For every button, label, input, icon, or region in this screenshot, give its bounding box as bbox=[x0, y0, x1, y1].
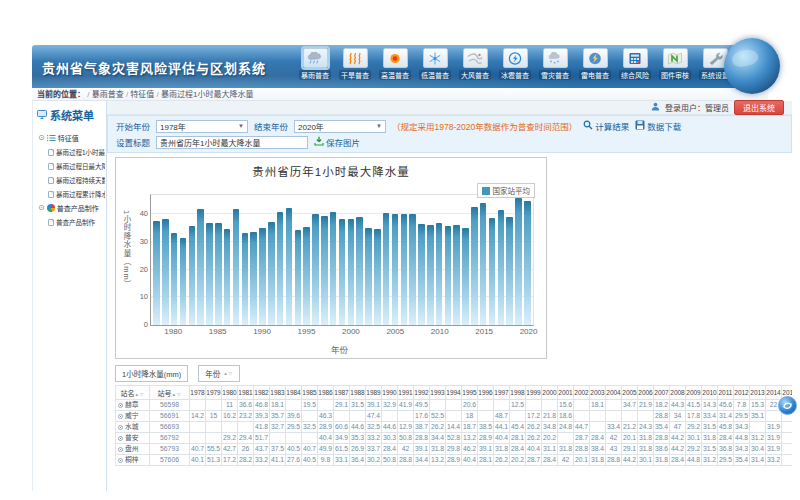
radio-icon[interactable] bbox=[118, 403, 123, 408]
measure-selector[interactable]: 1小时降水量(mm) bbox=[115, 365, 188, 382]
expand-icon[interactable]: ⊙ bbox=[38, 204, 45, 212]
value-cell bbox=[558, 433, 574, 444]
toolbar-item-2[interactable]: 干旱普查 bbox=[335, 48, 375, 80]
value-cell: 33.2 bbox=[254, 455, 270, 466]
x-tick-1995: 1995 bbox=[298, 327, 316, 336]
col-year-1988[interactable]: 1988 bbox=[350, 386, 366, 400]
col-year-1995[interactable]: 1995 bbox=[462, 386, 478, 400]
toolbar-item-5[interactable]: 大风普查 bbox=[455, 48, 495, 80]
chart-title-input[interactable] bbox=[156, 136, 308, 149]
breadcrumb-item-1[interactable]: 暴雨普查 bbox=[92, 90, 124, 99]
radio-icon[interactable] bbox=[118, 425, 123, 430]
toolbar-item-9[interactable]: 综合风险 bbox=[615, 48, 655, 80]
save-image-button[interactable]: 保存图片 bbox=[314, 136, 360, 148]
value-cell: 17.2 bbox=[526, 411, 542, 422]
data-download-button[interactable]: 数据下载 bbox=[635, 120, 681, 132]
col-year-2008[interactable]: 2008 bbox=[670, 386, 686, 400]
col-year-1980[interactable]: 1980 bbox=[222, 386, 238, 400]
tree-leaf-1-1[interactable]: 暴雨过程1小时最大降水量 bbox=[34, 145, 105, 159]
toolbar-item-10[interactable]: 图件审核 bbox=[655, 48, 695, 80]
col-year-1994[interactable]: 1994 bbox=[446, 386, 462, 400]
expand-icon[interactable]: ⊙ bbox=[38, 134, 45, 142]
toolbar-item-1[interactable]: 暴雨普查 bbox=[295, 48, 335, 80]
bar-2010 bbox=[436, 223, 443, 325]
radio-icon[interactable] bbox=[118, 458, 123, 463]
col-year-1991[interactable]: 1991 bbox=[398, 386, 414, 400]
col-year-1999[interactable]: 1999 bbox=[526, 386, 542, 400]
service-float-icon[interactable] bbox=[778, 396, 797, 415]
col-year-2013[interactable]: 2013 bbox=[750, 386, 766, 400]
value-cell: 18 bbox=[462, 411, 478, 422]
value-cell: 31.5 bbox=[350, 400, 366, 411]
col-id[interactable]: 站号▲▽ bbox=[150, 386, 190, 400]
value-cell: 44.3 bbox=[670, 400, 686, 411]
end-year-select[interactable]: 2020年 ▼ bbox=[294, 120, 386, 133]
col-year-1983[interactable]: 1983 bbox=[270, 386, 286, 400]
tree-leaf-2-1[interactable]: 普查产品制作 bbox=[34, 215, 105, 229]
col-year-1997[interactable]: 1997 bbox=[494, 386, 510, 400]
col-year-2005[interactable]: 2005 bbox=[622, 386, 638, 400]
radio-icon[interactable] bbox=[118, 414, 123, 419]
breadcrumb-item-3[interactable]: 暴雨过程1小时最大降水量 bbox=[161, 90, 253, 99]
value-cell: 32.9 bbox=[382, 400, 398, 411]
value-cell: 49.5 bbox=[414, 400, 430, 411]
toolbar-item-4[interactable]: 低温普查 bbox=[415, 48, 455, 80]
value-cell: 44.8 bbox=[734, 433, 750, 444]
col-year-1993[interactable]: 1993 bbox=[430, 386, 446, 400]
toolbar-item-8[interactable]: 雷电普查 bbox=[575, 48, 615, 80]
col-year-2003[interactable]: 2003 bbox=[590, 386, 606, 400]
col-year-2009[interactable]: 2009 bbox=[686, 386, 702, 400]
col-year-2000[interactable]: 2000 bbox=[542, 386, 558, 400]
col-year-2012[interactable]: 2012 bbox=[734, 386, 750, 400]
tree-node-2[interactable]: ⊙普查产品制作 bbox=[34, 201, 105, 215]
col-year-2004[interactable]: 2004 bbox=[606, 386, 622, 400]
radio-icon[interactable] bbox=[118, 447, 123, 452]
logout-button[interactable]: 退出系统 bbox=[734, 100, 784, 115]
col-year-1979[interactable]: 1979 bbox=[206, 386, 222, 400]
col-year-1996[interactable]: 1996 bbox=[478, 386, 494, 400]
value-cell: 41.5 bbox=[686, 400, 702, 411]
start-year-select[interactable]: 1978年 ▼ bbox=[156, 120, 248, 133]
tree-leaf-1-3[interactable]: 暴雨过程持续天数 bbox=[34, 173, 105, 187]
col-station[interactable]: 站名▲▽ bbox=[116, 386, 150, 400]
station-id-cell: 56691 bbox=[150, 411, 190, 422]
col-year-1982[interactable]: 1982 bbox=[254, 386, 270, 400]
value-cell: 34 bbox=[670, 411, 686, 422]
col-year-1978[interactable]: 1978 bbox=[190, 386, 206, 400]
col-year-2010[interactable]: 2010 bbox=[702, 386, 718, 400]
value-cell bbox=[206, 400, 222, 411]
col-year-2014[interactable]: 2014 bbox=[766, 386, 782, 400]
breadcrumb-item-2[interactable]: 特征值 bbox=[130, 90, 154, 99]
value-cell: 46.8 bbox=[254, 400, 270, 411]
col-year-2007[interactable]: 2007 bbox=[654, 386, 670, 400]
tree-node-1[interactable]: ⊙特征值 bbox=[34, 131, 105, 145]
radio-icon[interactable] bbox=[118, 436, 123, 441]
toolbar-item-6[interactable]: 冰雹普查 bbox=[495, 48, 535, 80]
tree-leaf-1-2[interactable]: 暴雨过程日最大降水量 bbox=[34, 159, 105, 173]
col-year-1981[interactable]: 1981 bbox=[238, 386, 254, 400]
col-year-1989[interactable]: 1989 bbox=[366, 386, 382, 400]
tree-leaf-1-4[interactable]: 暴雨过程累计降水量 bbox=[34, 187, 105, 201]
col-year-1986[interactable]: 1986 bbox=[318, 386, 334, 400]
col-year-1992[interactable]: 1992 bbox=[414, 386, 430, 400]
value-cell bbox=[590, 411, 606, 422]
col-year-2002[interactable]: 2002 bbox=[574, 386, 590, 400]
value-cell bbox=[206, 422, 222, 433]
col-year-1987[interactable]: 1987 bbox=[334, 386, 350, 400]
col-year-1998[interactable]: 1998 bbox=[510, 386, 526, 400]
col-year-1984[interactable]: 1984 bbox=[286, 386, 302, 400]
col-year-2006[interactable]: 2006 bbox=[638, 386, 654, 400]
year-group-header[interactable]: 年份 ▲▽ bbox=[198, 365, 240, 382]
bar-2004 bbox=[383, 213, 390, 325]
col-year-1985[interactable]: 1985 bbox=[302, 386, 318, 400]
toolbar-item-3[interactable]: 高温普查 bbox=[375, 48, 415, 80]
col-year-1990[interactable]: 1990 bbox=[382, 386, 398, 400]
col-year-2001[interactable]: 2001 bbox=[558, 386, 574, 400]
calc-result-button[interactable]: 计算结果 bbox=[583, 120, 629, 132]
col-year-2011[interactable]: 2011 bbox=[718, 386, 734, 400]
station-name-cell: 普安 bbox=[116, 433, 150, 444]
bar-2006 bbox=[401, 214, 408, 325]
toolbar-item-7[interactable]: 雪灾普查 bbox=[535, 48, 575, 80]
chart-legend[interactable]: 国家站平均 bbox=[477, 183, 536, 198]
value-cell: 28.4 bbox=[670, 455, 686, 466]
